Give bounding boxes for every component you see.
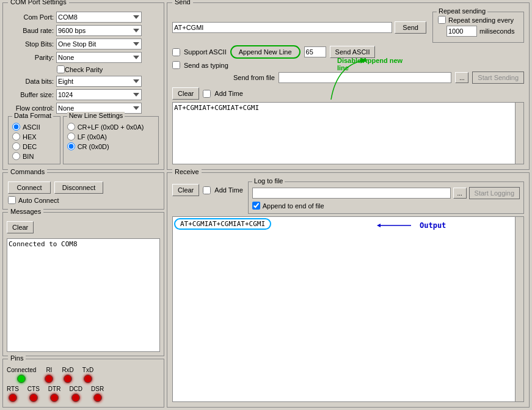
ascii-label: ASCII — [23, 123, 40, 131]
parity-label: Parity: — [8, 54, 54, 61]
receive-add-time-checkbox[interactable] — [203, 186, 211, 194]
messages-panel-title: Messages — [8, 208, 43, 215]
log-to-file-title: Log to file — [252, 177, 285, 185]
add-time-label: Add Time — [214, 90, 242, 97]
pin-connected-light — [17, 375, 26, 383]
pin-connected-label: Connected — [7, 367, 36, 373]
com-port-select[interactable]: COM8 — [56, 12, 142, 23]
pin-rts-label: RTS — [7, 386, 19, 392]
miliseconds-label: miliseconds — [479, 27, 514, 35]
bin-label: BIN — [23, 153, 34, 160]
parity-select[interactable]: None — [56, 52, 142, 63]
cr-label: CR (0x0D) — [78, 143, 109, 150]
buffer-size-select[interactable]: 1024 — [56, 89, 142, 100]
pin-rts-light — [9, 394, 17, 402]
repeat-title: Repeat sending — [437, 7, 487, 15]
pin-txd: TxD — [82, 367, 93, 383]
svg-marker-2 — [377, 224, 381, 227]
send-from-file-label: Send from file — [233, 74, 275, 81]
log-file-input[interactable] — [252, 188, 451, 199]
pin-ri-label: RI — [46, 367, 52, 373]
repeat-interval-input[interactable] — [446, 26, 477, 37]
flow-control-label: Flow control: — [8, 104, 54, 112]
buffer-size-label: Buffer size: — [8, 91, 54, 98]
receive-highlighted-text: AT+CGMIAT+CGMIAT+CGMI — [174, 218, 271, 230]
pin-dsr-label: DSR — [91, 386, 104, 392]
receive-text-area: AT+CGMIAT+CGMIAT+CGMI Output — [172, 216, 524, 402]
ascii-num-input[interactable] — [304, 46, 326, 57]
pin-rxd-label: RxD — [62, 367, 73, 373]
repeat-label: Repeat sending every — [448, 16, 514, 24]
send-as-typing-label: Send as typing — [184, 62, 228, 69]
output-label: Output — [420, 221, 446, 230]
send-clear-button[interactable]: Clear — [172, 87, 199, 100]
send-from-file-input[interactable] — [279, 72, 451, 83]
receive-add-time-label: Add Time — [214, 186, 242, 194]
support-ascii-label: Support ASCII — [184, 48, 227, 56]
add-time-checkbox[interactable] — [203, 90, 211, 98]
data-bits-label: Data bits: — [8, 78, 54, 85]
pin-dtr-label: DTR — [48, 386, 61, 392]
com-port-panel-title: COM Port Settings — [8, 0, 69, 5]
pin-dsr-light — [93, 394, 102, 402]
commands-panel-title: Commands — [8, 168, 47, 175]
log-browse-button[interactable]: ... — [453, 188, 467, 199]
send-text-content: AT+CGMIAT+CGMIAT+CGMI — [174, 104, 259, 112]
hex-label: HEX — [23, 133, 37, 141]
baud-rate-select[interactable]: 9600 bps — [56, 25, 142, 36]
send-text-area: AT+CGMIAT+CGMIAT+CGMI — [172, 102, 524, 164]
pin-txd-label: TxD — [82, 367, 93, 373]
pin-cts-label: CTS — [27, 386, 40, 392]
pin-dtr-light — [50, 394, 59, 402]
lf-label: LF (0x0A) — [78, 133, 107, 141]
ascii-radio[interactable] — [12, 123, 20, 131]
pin-dcd-light — [71, 394, 80, 402]
stop-bits-select[interactable]: One Stop Bit — [56, 38, 142, 49]
data-bits-select[interactable]: Eight — [56, 76, 142, 87]
hex-radio[interactable] — [12, 133, 20, 141]
receive-panel-title: Receive — [172, 168, 202, 175]
start-logging-button[interactable]: Start Logging — [469, 187, 520, 199]
pin-rxd: RxD — [62, 367, 73, 383]
pin-dcd-label: DCD — [69, 386, 82, 392]
dec-radio[interactable] — [12, 142, 20, 150]
crlf-label: CR+LF (0x0D + 0x0A) — [78, 123, 144, 131]
disconnect-button[interactable]: Disconnect — [54, 181, 103, 194]
check-parity-checkbox[interactable] — [57, 65, 65, 73]
receive-clear-button[interactable]: Clear — [172, 184, 199, 196]
stop-bits-label: Stop Bits: — [8, 40, 54, 48]
auto-connect-label: Auto Connect — [18, 197, 59, 204]
send-ascii-button[interactable]: Send ASCII — [330, 46, 376, 58]
cr-radio[interactable] — [67, 142, 75, 150]
browse-file-button[interactable]: ... — [455, 72, 468, 83]
data-format-title: Data Format — [12, 112, 53, 119]
send-input[interactable]: AT+CGMI — [172, 22, 392, 33]
com-port-label: Com Port: — [8, 13, 54, 21]
auto-connect-checkbox[interactable] — [8, 196, 16, 204]
lf-radio[interactable] — [67, 133, 75, 141]
pins-panel-title: Pins — [8, 354, 26, 362]
send-panel-title: Send — [172, 0, 193, 5]
messages-content-area: Connected to COM8 — [7, 238, 160, 352]
dec-label: DEC — [23, 143, 37, 150]
start-sending-button[interactable]: Start Sending — [472, 71, 524, 84]
messages-clear-button[interactable]: Clear — [7, 221, 34, 233]
pin-cts: CTS — [27, 386, 40, 402]
append-to-file-label: Append to end of file — [263, 202, 324, 210]
support-ascii-checkbox[interactable] — [172, 48, 180, 56]
bin-radio[interactable] — [12, 152, 20, 160]
connect-button[interactable]: Connect — [8, 181, 51, 194]
crlf-radio[interactable] — [67, 123, 75, 131]
messages-text: Connected to COM8 — [9, 240, 78, 248]
pin-txd-light — [84, 375, 92, 383]
pin-dtr: DTR — [48, 386, 61, 402]
pin-cts-light — [29, 394, 38, 402]
send-as-typing-checkbox[interactable] — [172, 61, 180, 69]
repeat-checkbox[interactable] — [438, 16, 446, 24]
send-button[interactable]: Send — [395, 21, 426, 34]
check-parity-label: Check Parity — [65, 66, 103, 73]
pin-dsr: DSR — [91, 386, 104, 402]
append-to-file-checkbox[interactable] — [252, 202, 260, 210]
pin-rts: RTS — [7, 386, 19, 402]
append-new-line-button[interactable]: Append New Line — [230, 45, 301, 59]
